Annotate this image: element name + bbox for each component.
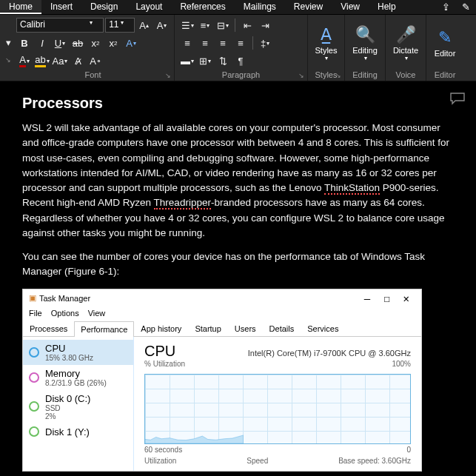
tab-insert[interactable]: Insert [41, 0, 81, 14]
align-left-button[interactable]: ≡ [179, 35, 195, 51]
memory-ring-icon [29, 372, 39, 383]
comments-icon[interactable]: ✎ [456, 0, 476, 14]
maximize-icon[interactable]: ☐ [383, 292, 389, 304]
cpu-utilization-chart [144, 374, 411, 444]
align-center-button[interactable]: ≡ [197, 35, 213, 51]
tm-cpu-title: CPU [144, 343, 175, 360]
tm-util-max: 100% [392, 360, 411, 368]
tm-tab-performance[interactable]: Performance [74, 321, 134, 337]
tab-home[interactable]: Home [0, 0, 41, 14]
justify-button[interactable]: ≡ [232, 35, 249, 51]
multilevel-button[interactable]: ⊟▾ [215, 17, 231, 33]
tm-main-panel: CPU Intel(R) Core(TM) i7-9700K CPU @ 3.6… [134, 337, 421, 471]
tm-side-disk1[interactable]: Disk 1 (Y:) [23, 423, 133, 440]
document-canvas[interactable]: Processors WSL 2 will take advantage of … [0, 81, 476, 476]
tab-layout[interactable]: Layout [127, 0, 171, 14]
editor-icon: ✎ [438, 27, 452, 49]
tm-tab-services[interactable]: Services [301, 321, 345, 336]
find-icon: 🔍 [355, 24, 375, 46]
dictate-button[interactable]: 🎤 Dictate ▾ [390, 16, 421, 68]
tab-view[interactable]: View [332, 0, 369, 14]
italic-button[interactable]: I [34, 35, 50, 51]
numbering-button[interactable]: ≡▾ [197, 17, 213, 33]
paragraph-1: WSL 2 will take advantage of all availab… [22, 121, 454, 241]
taskmanager-icon: ▣ [29, 293, 36, 303]
comment-bubble-icon[interactable] [449, 92, 466, 107]
paragraph-dialog-launcher[interactable]: ↘ [298, 72, 304, 79]
disk-ring-icon [29, 401, 39, 412]
tm-tab-processes[interactable]: Processes [23, 321, 74, 336]
shrink-font-button[interactable]: A▾ [153, 17, 170, 33]
tm-tab-apphistory[interactable]: App history [134, 321, 188, 336]
bold-button[interactable]: B [16, 35, 33, 51]
shading-button[interactable]: ▬▾ [179, 53, 195, 69]
tm-tab-users[interactable]: Users [228, 321, 263, 336]
tm-side-cpu[interactable]: CPU15% 3.80 GHz [23, 340, 133, 365]
grow-font-button[interactable]: A▴ [136, 17, 152, 33]
show-marks-button[interactable]: ¶ [232, 53, 249, 69]
borders-button[interactable]: ⊞▾ [197, 53, 213, 69]
strikethrough-button[interactable]: ab [70, 35, 86, 51]
tm-tab-details[interactable]: Details [263, 321, 301, 336]
graph-x-right: 0 [406, 446, 411, 454]
font-color-button[interactable]: A▾ [16, 53, 33, 69]
tm-menu-view[interactable]: View [88, 309, 106, 318]
styles-button[interactable]: A̲ Styles ▾ [312, 16, 340, 68]
paragraph-group-label: Paragraph [175, 70, 307, 79]
ribbon: ▾ ↘ Calibri▾ 11▾ A▴ A▾ B I U▾ ab x2 x2 A… [0, 15, 476, 81]
mic-icon: 🎤 [396, 24, 416, 46]
close-icon[interactable]: ✕ [403, 292, 409, 304]
tm-bottom-speed: Speed [247, 457, 268, 465]
font-name-select[interactable]: Calibri▾ [16, 18, 104, 33]
font-group-label: Font [12, 70, 174, 79]
line-spacing-button[interactable]: ‡▾ [257, 35, 273, 51]
editing-group-label: Editing [345, 70, 385, 79]
styles-icon: A̲ [321, 24, 332, 46]
editing-button[interactable]: 🔍 Editing ▾ [349, 16, 381, 68]
tab-mailings[interactable]: Mailings [235, 0, 285, 14]
tab-review[interactable]: Review [285, 0, 332, 14]
font-size-select[interactable]: 11▾ [105, 18, 135, 33]
graph-x-left: 60 seconds [144, 446, 182, 454]
tab-design[interactable]: Design [81, 0, 127, 14]
tm-side-memory[interactable]: Memory8.2/31.9 GB (26%) [23, 365, 133, 390]
tm-bottom-base: Base speed: 3.60GHz [338, 457, 411, 465]
tm-side-disk0[interactable]: Disk 0 (C:)SSD 2% [23, 390, 133, 423]
spelling-error[interactable]: Threadripper [154, 197, 211, 209]
increase-indent-button[interactable]: ⇥ [257, 17, 273, 33]
tm-sidebar: CPU15% 3.80 GHz Memory8.2/31.9 GB (26%) … [23, 337, 134, 471]
format-painter-button[interactable]: A∘ [87, 53, 104, 69]
subscript-button[interactable]: x2 [87, 35, 104, 51]
tm-bottom-util: Utilization [144, 457, 176, 465]
minimize-icon[interactable]: — [364, 292, 370, 304]
decrease-indent-button[interactable]: ⇤ [239, 17, 255, 33]
tab-help[interactable]: Help [369, 0, 405, 14]
taskmanager-menu: File Options View [23, 307, 421, 319]
tm-tab-startup[interactable]: Startup [188, 321, 227, 336]
change-case-button[interactable]: Aa▾ [52, 53, 68, 69]
tm-util-label: % Utilization [144, 360, 185, 368]
sort-button[interactable]: ⇅ [215, 53, 231, 69]
superscript-button[interactable]: x2 [105, 35, 121, 51]
highlight-button[interactable]: ab▾ [34, 53, 50, 69]
editor-button[interactable]: ✎ Editor [431, 16, 459, 68]
share-icon[interactable]: ⇪ [436, 0, 456, 14]
bullets-button[interactable]: ☰▾ [179, 17, 195, 33]
font-dialog-launcher[interactable]: ↘ [165, 72, 171, 79]
spelling-error[interactable]: ThinkStation [324, 182, 380, 195]
tm-menu-options[interactable]: Options [51, 309, 79, 318]
underline-button[interactable]: U▾ [52, 35, 68, 51]
editor-group-label: Editor [426, 70, 463, 79]
heading-processors: Processors [22, 95, 454, 112]
cpu-ring-icon [29, 347, 39, 358]
clear-format-button[interactable]: A̷ [70, 53, 86, 69]
tm-cpu-desc: Intel(R) Core(TM) i7-9700K CPU @ 3.60GHz [248, 349, 411, 358]
tm-menu-file[interactable]: File [29, 309, 42, 318]
styles-dialog-launcher[interactable]: ↘ [335, 72, 341, 79]
text-effects-button[interactable]: A▾ [123, 35, 139, 51]
taskmanager-figure: ▣ Task Manager — ☐ ✕ File Options View P… [22, 289, 422, 472]
paragraph-2: You can see the number of cores your dev… [22, 249, 454, 280]
disk-ring-icon [29, 426, 39, 437]
tab-references[interactable]: References [171, 0, 234, 14]
align-right-button[interactable]: ≡ [215, 35, 231, 51]
